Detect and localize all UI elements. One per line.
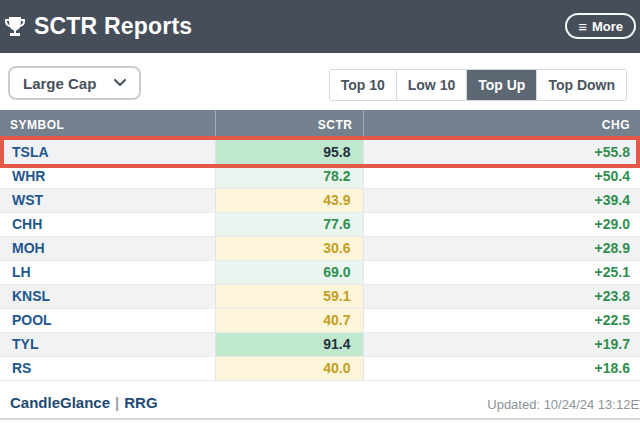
symbol-link[interactable]: TYL — [0, 332, 215, 356]
chg-value: +19.7 — [363, 332, 640, 356]
chg-value: +22.5 — [363, 308, 640, 332]
symbol-link[interactable]: MOH — [0, 236, 215, 260]
chg-value: +18.6 — [363, 356, 640, 380]
table-row: CHH77.6+29.0 — [0, 212, 640, 236]
symbol-link[interactable]: CHH — [0, 212, 215, 236]
sctr-value: 40.0 — [215, 356, 363, 380]
table-row: WST43.9+39.4 — [0, 188, 640, 212]
table-row: TSLA95.8+55.8 — [0, 140, 640, 164]
chg-value: +39.4 — [363, 188, 640, 212]
symbol-link[interactable]: KNSL — [0, 284, 215, 308]
symbol-link[interactable]: LH — [0, 260, 215, 284]
sctr-value: 30.6 — [215, 236, 363, 260]
table-row: WHR78.2+50.4 — [0, 164, 640, 188]
group-select-value: Large Cap — [23, 75, 96, 92]
chevron-down-icon — [114, 79, 126, 87]
chg-value: +50.4 — [363, 164, 640, 188]
table-row: TYL91.4+19.7 — [0, 332, 640, 356]
chg-value: +55.8 — [363, 140, 640, 164]
page-title: SCTR Reports — [34, 13, 192, 40]
symbol-link[interactable]: POOL — [0, 308, 215, 332]
column-header-chg: CHG — [363, 110, 640, 140]
table-body: TSLA95.8+55.8WHR78.2+50.4WST43.9+39.4CHH… — [0, 140, 640, 380]
group-select[interactable]: Large Cap — [8, 66, 141, 100]
chg-value: +28.9 — [363, 236, 640, 260]
filter-topup-button[interactable]: Top Up — [467, 70, 537, 100]
sctr-value: 78.2 — [215, 164, 363, 188]
candleglance-link[interactable]: CandleGlance — [10, 394, 110, 411]
filter-top10-button[interactable]: Top 10 — [330, 70, 397, 100]
symbol-link[interactable]: WHR — [0, 164, 215, 188]
updated-timestamp: Updated: 10/24/24 13:12ET — [487, 397, 640, 412]
table-row: KNSL59.1+23.8 — [0, 284, 640, 308]
bottom-divider — [0, 418, 640, 420]
chg-value: +25.1 — [363, 260, 640, 284]
footer-links: CandleGlance|RRG — [10, 394, 158, 411]
sctr-value: 43.9 — [215, 188, 363, 212]
table-header-row: SYMBOL SCTR CHG — [0, 110, 640, 140]
table-row: RS40.0+18.6 — [0, 356, 640, 380]
sctr-value: 77.6 — [215, 212, 363, 236]
column-header-symbol: SYMBOL — [0, 110, 215, 140]
filter-low10-button[interactable]: Low 10 — [397, 70, 467, 100]
more-button-label: More — [592, 19, 623, 34]
footer-separator: | — [115, 394, 119, 411]
sctr-value: 40.7 — [215, 308, 363, 332]
table-row: MOH30.6+28.9 — [0, 236, 640, 260]
sctr-value: 95.8 — [215, 140, 363, 164]
rrg-link[interactable]: RRG — [124, 394, 157, 411]
trophy-icon — [3, 15, 27, 39]
sctr-value: 59.1 — [215, 284, 363, 308]
table-row: LH69.0+25.1 — [0, 260, 640, 284]
filter-button-group: Top 10 Low 10 Top Up Top Down — [329, 69, 627, 101]
sctr-value: 91.4 — [215, 332, 363, 356]
app-header: SCTR Reports ≡ More — [0, 0, 640, 53]
more-button[interactable]: ≡ More — [565, 13, 636, 39]
sctr-table: SYMBOL SCTR CHG TSLA95.8+55.8WHR78.2+50.… — [0, 110, 640, 381]
symbol-link[interactable]: TSLA — [0, 140, 215, 164]
chg-value: +23.8 — [363, 284, 640, 308]
symbol-link[interactable]: RS — [0, 356, 215, 380]
sctr-value: 69.0 — [215, 260, 363, 284]
table-row: POOL40.7+22.5 — [0, 308, 640, 332]
chg-value: +29.0 — [363, 212, 640, 236]
menu-icon: ≡ — [578, 19, 587, 34]
column-header-sctr: SCTR — [215, 110, 363, 140]
filter-topdown-button[interactable]: Top Down — [537, 70, 626, 100]
symbol-link[interactable]: WST — [0, 188, 215, 212]
